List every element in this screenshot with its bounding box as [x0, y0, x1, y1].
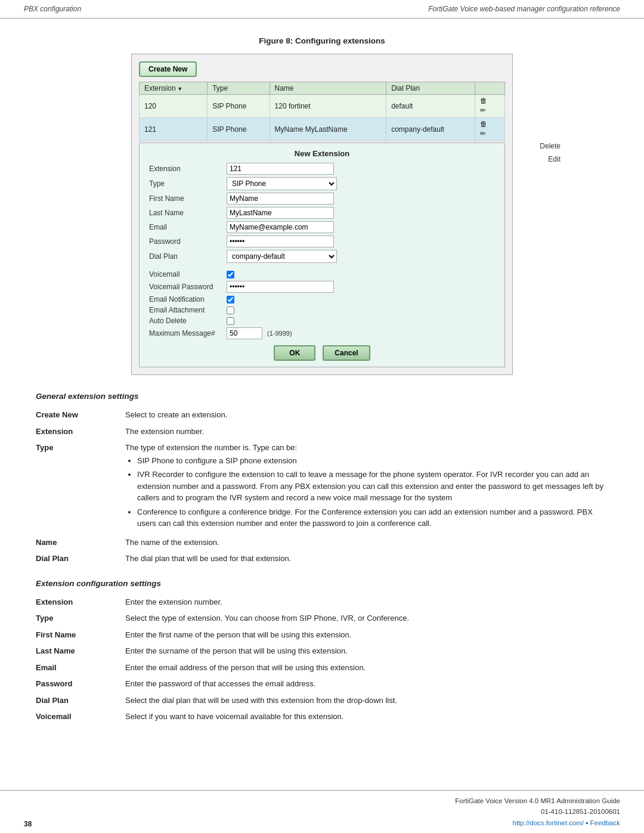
col-extension: Extension [140, 82, 208, 95]
config-settings-table: Extension Enter the extension number. Ty… [36, 594, 608, 725]
term: Password [36, 676, 119, 692]
header-left: PBX configuration [24, 5, 81, 13]
form-buttons: OK Cancel [149, 345, 495, 361]
input-voicemail-password[interactable] [227, 281, 334, 293]
label-email: Email [149, 223, 227, 231]
max-message-hint: (1-9999) [267, 330, 292, 337]
cell-dialplan: default [386, 95, 475, 118]
label-max-message: Maximum Message# [149, 329, 227, 337]
delete-icon[interactable] [480, 97, 490, 106]
list-item: Type Select the type of extension. You c… [36, 610, 608, 627]
input-extension[interactable] [227, 163, 334, 175]
input-firstname[interactable] [227, 193, 334, 205]
input-lastname[interactable] [227, 207, 334, 219]
list-item: Password Enter the password of that acce… [36, 676, 608, 692]
cell-name: 120 fortinet [270, 95, 386, 118]
term: First Name [36, 627, 119, 643]
list-item: Dial Plan The dial plan that will be use… [36, 550, 608, 567]
list-item: Email Enter the email address of the per… [36, 659, 608, 676]
term: Extension [36, 594, 119, 611]
cell-type: SIP Phone [208, 118, 270, 141]
checkbox-voicemail[interactable] [227, 271, 234, 278]
list-item: Type The type of extension the number is… [36, 439, 608, 534]
definition: The name of the extension. [119, 534, 608, 551]
checkbox-email-notification[interactable] [227, 296, 234, 304]
term: Dial Plan [36, 550, 119, 567]
label-type: Type [149, 179, 227, 188]
form-row-email-attachment: Email Attachment [149, 306, 495, 314]
list-item: Extension Enter the extension number. [36, 594, 608, 611]
create-new-button[interactable]: Create New [139, 61, 197, 77]
page-number: 38 [24, 820, 32, 828]
list-item: First Name Enter the first name of the p… [36, 627, 608, 643]
input-max-message[interactable] [227, 327, 262, 339]
form-row-email-notification: Email Notification [149, 295, 495, 304]
cell-actions [475, 95, 505, 118]
label-extension: Extension [149, 165, 227, 173]
label-voicemail: Voicemail [149, 270, 227, 278]
table-row: 121 SIP Phone MyName MyLastName company-… [140, 118, 505, 141]
feedback-link[interactable]: Feedback [590, 819, 620, 826]
general-settings-section: General extension settings Create New Se… [36, 392, 608, 567]
term: Dial Plan [36, 692, 119, 709]
form-row-extension: Extension [149, 163, 495, 175]
term: Name [36, 534, 119, 551]
footer-line3: http://docs.fortinet.com/ • Feedback [455, 817, 620, 828]
delete-icon[interactable] [480, 120, 490, 129]
cell-actions [475, 118, 505, 141]
label-email-attachment: Email Attachment [149, 306, 227, 314]
label-lastname: Last Name [149, 209, 227, 217]
table-row: 120 SIP Phone 120 fortinet default [140, 95, 505, 118]
col-type: Type [208, 82, 270, 95]
definition: Select if you want to have voicemail ava… [119, 708, 608, 725]
select-type[interactable]: SIP Phone IVR Recorder Conference [227, 177, 337, 190]
page-footer: 38 FortiGate Voice Version 4.0 MR1 Admin… [0, 790, 644, 833]
term: Type [36, 439, 119, 534]
definition: Enter the extension number. [119, 594, 608, 611]
ok-button[interactable]: OK [274, 345, 315, 361]
form-row-voicemail-pwd: Voicemail Password [149, 281, 495, 293]
form-row-auto-delete: Auto Delete [149, 317, 495, 325]
footer-right: FortiGate Voice Version 4.0 MR1 Administ… [455, 795, 620, 828]
checkbox-auto-delete[interactable] [227, 317, 234, 325]
label-email-notification: Email Notification [149, 295, 227, 304]
select-dialplan[interactable]: company-default default [227, 250, 337, 263]
checkbox-email-attachment[interactable] [227, 306, 234, 314]
definition: Select the dial plan that will be used w… [119, 692, 608, 709]
page-header: PBX configuration FortiGate Voice web-ba… [0, 0, 644, 18]
config-settings-title: Extension configuration settings [36, 579, 608, 588]
term: Type [36, 610, 119, 627]
edit-icon[interactable] [480, 106, 490, 116]
definition: The extension number. [119, 423, 608, 440]
cell-extension: 121 [140, 118, 208, 141]
footer-line1: FortiGate Voice Version 4.0 MR1 Administ… [455, 795, 620, 806]
form-row-max-message: Maximum Message# (1-9999) [149, 327, 495, 339]
form-row-email: Email [149, 221, 495, 233]
definition: The type of extension the number is. Typ… [119, 439, 608, 534]
cell-type: SIP Phone [208, 95, 270, 118]
label-dialplan: Dial Plan [149, 252, 227, 261]
form-row-dialplan: Dial Plan company-default default [149, 250, 495, 263]
cancel-button[interactable]: Cancel [323, 345, 370, 361]
term: Last Name [36, 643, 119, 659]
term: Extension [36, 423, 119, 440]
definition: Select to create an extension. [119, 407, 608, 423]
definition: The dial plan that will be used for that… [119, 550, 608, 567]
edit-icon[interactable] [480, 129, 490, 139]
definition: Select the type of extension. You can ch… [119, 610, 608, 627]
cell-extension: 120 [140, 95, 208, 118]
delete-label: Delete [540, 142, 561, 150]
term: Email [36, 659, 119, 676]
form-row-lastname: Last Name [149, 207, 495, 219]
docs-link[interactable]: http://docs.fortinet.com/ [513, 819, 584, 826]
figure-caption: Figure 8: Configuring extensions [36, 36, 608, 45]
form-row-type: Type SIP Phone IVR Recorder Conference [149, 177, 495, 190]
general-settings-table: Create New Select to create an extension… [36, 407, 608, 567]
definition: Enter the surname of the person that wil… [119, 643, 608, 659]
col-dialplan: Dial Plan [386, 82, 475, 95]
term: Voicemail [36, 708, 119, 725]
extension-table: Extension Type Name Dial Plan 120 SIP Ph… [139, 82, 505, 141]
input-password[interactable] [227, 236, 334, 247]
input-email[interactable] [227, 221, 334, 233]
definition: Enter the password of that accesses the … [119, 676, 608, 692]
